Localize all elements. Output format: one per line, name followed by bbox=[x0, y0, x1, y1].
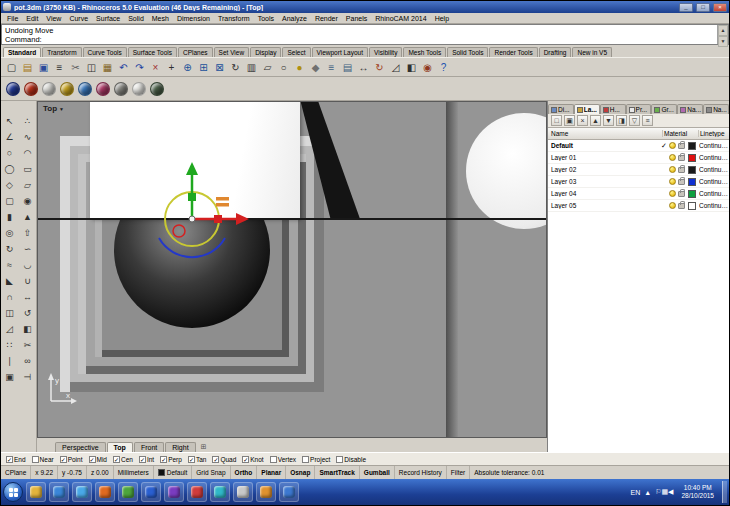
toolbar-tab[interactable]: Viewport Layout bbox=[312, 47, 369, 57]
group-icon[interactable]: ▣ bbox=[2, 369, 18, 384]
taskbar-app[interactable] bbox=[164, 482, 184, 502]
checkbox-icon[interactable] bbox=[270, 456, 277, 463]
layer-name[interactable]: Layer 01 bbox=[551, 154, 659, 161]
layer-visibility-icon[interactable] bbox=[669, 154, 676, 161]
move-tool-icon[interactable]: ↔ bbox=[20, 289, 36, 304]
status-pane[interactable]: Planar bbox=[257, 466, 286, 479]
minimize-button[interactable]: _ bbox=[679, 3, 693, 12]
menu-item[interactable]: Tools bbox=[254, 15, 278, 22]
gumball-origin[interactable] bbox=[189, 216, 195, 222]
layer-name[interactable]: Default bbox=[551, 142, 659, 149]
layer-visibility-icon[interactable] bbox=[669, 166, 676, 173]
hide-objects-icon[interactable]: ○ bbox=[276, 59, 291, 75]
gumball-y-scale-handle[interactable] bbox=[188, 193, 196, 201]
mirror-icon[interactable]: ◧ bbox=[404, 59, 419, 75]
osnap-toggle[interactable]: ✓ Perp bbox=[160, 456, 182, 463]
units-indicator[interactable]: Millimeters bbox=[114, 466, 154, 479]
checkbox-icon[interactable] bbox=[302, 456, 309, 463]
toolbar-tab[interactable]: Transform bbox=[42, 47, 81, 57]
zoom-extents-icon[interactable]: ⊠ bbox=[212, 59, 227, 75]
rectangle-icon[interactable]: ▭ bbox=[20, 161, 36, 176]
extrude-icon[interactable]: ⇧ bbox=[20, 225, 36, 240]
scroll-down-icon[interactable]: ▼ bbox=[718, 36, 728, 47]
menu-item[interactable]: Help bbox=[431, 15, 453, 22]
select-icon[interactable]: ↖ bbox=[2, 113, 18, 128]
status-pane[interactable]: Gumball bbox=[360, 466, 395, 479]
ellipse-icon[interactable]: ◯ bbox=[2, 161, 18, 176]
taskbar-app[interactable] bbox=[233, 482, 253, 502]
menu-item[interactable]: Render bbox=[311, 15, 342, 22]
move-down-icon[interactable]: ▼ bbox=[603, 115, 614, 126]
undo-icon[interactable]: ↶ bbox=[116, 59, 131, 75]
menu-item[interactable]: Dimension bbox=[173, 15, 214, 22]
move-up-icon[interactable]: ▲ bbox=[590, 115, 601, 126]
osnap-toggle[interactable]: ✓ Point bbox=[60, 456, 83, 463]
column-name[interactable]: Name bbox=[548, 130, 663, 137]
box-icon[interactable]: ▢ bbox=[2, 193, 18, 208]
current-layer-check[interactable]: ✓ bbox=[659, 142, 669, 150]
toolbar-tab[interactable]: Drafting bbox=[539, 47, 572, 57]
gumball-z-ring[interactable] bbox=[159, 238, 225, 257]
taskbar-app[interactable] bbox=[118, 482, 138, 502]
layer-color-swatch[interactable] bbox=[688, 142, 696, 150]
hidden-icons-button[interactable]: ▲ bbox=[644, 489, 651, 496]
copy-tool-icon[interactable]: ◫ bbox=[2, 305, 18, 320]
checkbox-icon[interactable]: ✓ bbox=[60, 456, 67, 463]
menu-item[interactable]: Edit bbox=[22, 15, 42, 22]
layer-linetype[interactable]: Continuous bbox=[699, 202, 729, 209]
circle-object[interactable] bbox=[466, 113, 547, 229]
taskbar-app[interactable] bbox=[26, 482, 46, 502]
lock-objects-icon[interactable]: ◆ bbox=[308, 59, 323, 75]
start-button[interactable] bbox=[3, 482, 23, 502]
show-desktop-button[interactable] bbox=[722, 481, 727, 503]
osnap-toggle[interactable]: ✓ Tan bbox=[188, 456, 206, 463]
taskbar-app[interactable] bbox=[49, 482, 69, 502]
layer-row[interactable]: Layer 05 Continuous bbox=[548, 200, 729, 212]
panel-tab[interactable]: Di... bbox=[548, 104, 574, 114]
sphere-tool-icon[interactable]: ◉ bbox=[20, 193, 36, 208]
column-linetype[interactable]: Linetype bbox=[699, 130, 729, 137]
menu-item[interactable]: Analyze bbox=[278, 15, 311, 22]
layer-linetype[interactable]: Continuous bbox=[699, 190, 729, 197]
mirror-tool-icon[interactable]: ◧ bbox=[20, 321, 36, 336]
osnap-toggle[interactable]: ✓ Quad bbox=[212, 456, 236, 463]
layer-color-swatch[interactable] bbox=[688, 202, 696, 210]
chamfer-icon[interactable]: ◣ bbox=[2, 273, 18, 288]
layer-linetype[interactable]: Continuous bbox=[699, 178, 729, 185]
taskbar-app[interactable] bbox=[210, 482, 230, 502]
gumball-x-arrowhead-icon[interactable] bbox=[236, 213, 249, 225]
sweep-icon[interactable]: ∽ bbox=[20, 241, 36, 256]
viewport-tab[interactable]: Right bbox=[165, 442, 195, 452]
menu-item[interactable]: File bbox=[3, 15, 22, 22]
show-objects-icon[interactable]: ● bbox=[292, 59, 307, 75]
command-scrollbar[interactable]: ▲ ▼ bbox=[717, 25, 728, 44]
volume-icon[interactable]: ◀ bbox=[668, 488, 673, 495]
status-pane[interactable]: Filter bbox=[447, 466, 470, 479]
join-icon[interactable]: ∞ bbox=[20, 353, 36, 368]
layer-lock-icon[interactable] bbox=[678, 203, 685, 209]
osnap-toggle[interactable]: Disable bbox=[336, 456, 366, 463]
properties-icon[interactable]: ▤ bbox=[340, 59, 355, 75]
status-pane[interactable]: Ortho bbox=[231, 466, 258, 479]
layer-row[interactable]: Layer 04 Continuous bbox=[548, 188, 729, 200]
layer-row[interactable]: Layer 02 Continuous bbox=[548, 164, 729, 176]
layer-color-swatch[interactable] bbox=[688, 154, 696, 162]
polyline-icon[interactable]: ∠ bbox=[2, 129, 18, 144]
checkbox-icon[interactable]: ✓ bbox=[160, 456, 167, 463]
checkbox-icon[interactable]: ✓ bbox=[6, 456, 13, 463]
osnap-toggle[interactable]: Near bbox=[32, 456, 54, 463]
layer-lock-icon[interactable] bbox=[678, 179, 685, 185]
copy-icon[interactable]: ◫ bbox=[84, 59, 99, 75]
rotate-icon[interactable]: ↻ bbox=[372, 59, 387, 75]
trim-icon[interactable]: ✂ bbox=[20, 337, 36, 352]
status-pane[interactable]: SmartTrack bbox=[315, 466, 359, 479]
command-prompt[interactable]: Command: bbox=[5, 35, 714, 44]
gumball-menu-icon[interactable] bbox=[216, 203, 229, 207]
toolbar-tab[interactable]: New in V5 bbox=[572, 47, 612, 57]
delete-layer-icon[interactable]: × bbox=[577, 115, 588, 126]
gumball-x-scale-handle[interactable] bbox=[214, 215, 222, 223]
osnap-toggle[interactable]: ✓ Knot bbox=[242, 456, 263, 463]
toolbar-tab[interactable]: Select bbox=[282, 47, 310, 57]
taskbar-app[interactable] bbox=[72, 482, 92, 502]
save-file-icon[interactable]: ▣ bbox=[36, 59, 51, 75]
